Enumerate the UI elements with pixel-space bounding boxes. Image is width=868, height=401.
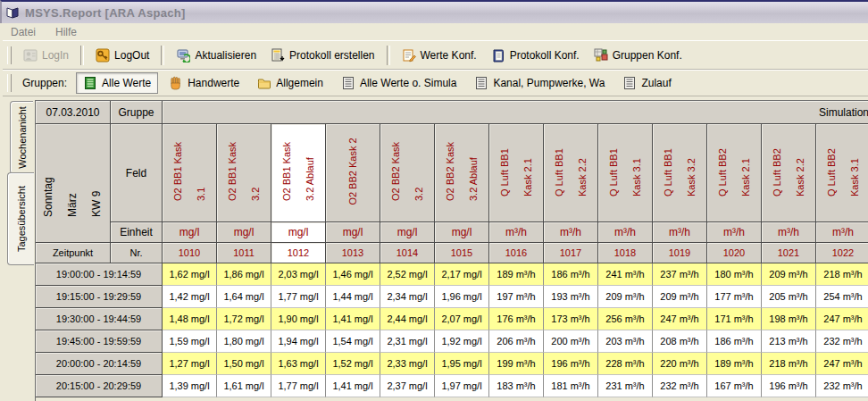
row-time-label[interactable]: 20:15:00 - 20:29:59 bbox=[36, 375, 163, 397]
column-feld-header[interactable]: Q Luft BB2Kask 3.1 bbox=[816, 124, 868, 222]
group-allgemein-button[interactable]: Allgemein bbox=[250, 72, 330, 94]
tab-tagesuebersicht[interactable]: Tagesübersicht bbox=[7, 172, 34, 265]
tab-wochenanicht[interactable]: Wochenanicht bbox=[10, 101, 33, 174]
column-einheit-cell: mg/l bbox=[271, 222, 326, 243]
group-zulauf-button[interactable]: Zulauf bbox=[615, 72, 678, 94]
group-kanal-pumpwerke-button[interactable]: Kanal, Pumpwerke, Wa bbox=[467, 72, 612, 94]
simulation-group-cell[interactable]: Simulation bbox=[163, 101, 868, 124]
column-feld-header[interactable]: Q Luft BB1Kask 3.1 bbox=[598, 124, 653, 222]
value-cell: 247 m³/h bbox=[653, 308, 707, 330]
book-icon bbox=[5, 5, 20, 20]
logout-button[interactable]: LogOut bbox=[89, 46, 155, 65]
value-cell: 232 m³/h bbox=[816, 330, 868, 353]
value-cell: 1,41 mg/l bbox=[326, 375, 380, 397]
column-feld-header[interactable]: O2 BB2 Kask3.2 Ablauf bbox=[435, 124, 489, 222]
column-nr-cell[interactable]: 1016 bbox=[489, 243, 544, 263]
row-time-label[interactable]: 19:30:00 - 19:44:59 bbox=[36, 308, 163, 330]
column-feld-lines: O2 BB1 Kask3.2 Ablauf bbox=[275, 141, 321, 204]
value-cell: 186 m³/h bbox=[707, 330, 762, 353]
column-nr-cell[interactable]: 1020 bbox=[707, 243, 762, 263]
value-cell: 1,94 mg/l bbox=[271, 330, 326, 353]
refresh-button[interactable]: Aktualisieren bbox=[170, 46, 263, 65]
groupbar-grip[interactable] bbox=[7, 74, 12, 92]
values-config-icon bbox=[402, 48, 416, 63]
column-feld-header[interactable]: O2 BB2 Kask 2 bbox=[326, 124, 380, 222]
groups-config-icon bbox=[594, 48, 608, 63]
value-cell: 2,03 mg/l bbox=[271, 263, 326, 286]
column-nr-cell[interactable]: 1017 bbox=[544, 243, 598, 263]
column-nr-cell[interactable]: 1019 bbox=[653, 243, 707, 263]
window-title: MSYS.Report [ARA Aspach] bbox=[25, 6, 186, 20]
einheit-header-cell: Einheit bbox=[111, 222, 163, 243]
value-cell: 189 m³/h bbox=[489, 263, 544, 286]
column-feld-header[interactable]: O2 BB2 Kask3.2 bbox=[380, 124, 435, 222]
column-nr-cell[interactable]: 1014 bbox=[380, 243, 435, 263]
value-cell: 167 m³/h bbox=[707, 375, 762, 397]
value-cell: 1,59 mg/l bbox=[163, 330, 217, 353]
login-button[interactable]: LogIn bbox=[17, 46, 75, 65]
value-cell: 176 m³/h bbox=[489, 308, 544, 330]
groups-config-button[interactable]: Gruppen Konf. bbox=[588, 46, 689, 65]
report-config-icon bbox=[491, 48, 505, 63]
column-nr-cell[interactable]: 1012 bbox=[271, 243, 326, 263]
values-config-button[interactable]: Werte Konf. bbox=[396, 46, 483, 65]
column-nr-cell[interactable]: 1022 bbox=[816, 243, 868, 263]
menu-hilfe[interactable]: Hilfe bbox=[55, 26, 77, 38]
value-cell: 196 m³/h bbox=[544, 353, 598, 375]
row-time-label[interactable]: 19:00:00 - 19:14:59 bbox=[36, 263, 163, 286]
column-einheit-cell: m³/h bbox=[653, 222, 707, 243]
value-cell: 247 m³/h bbox=[816, 353, 868, 375]
column-nr-cell[interactable]: 1018 bbox=[598, 243, 653, 263]
report-table-wrap: 07.03.2010 Gruppe Simulation Sonntag Mär… bbox=[35, 100, 868, 401]
column-nr-cell[interactable]: 1013 bbox=[326, 243, 380, 263]
toolbar-separator bbox=[80, 46, 84, 65]
column-feld-header[interactable]: O2 BB1 Kask3.1 bbox=[163, 124, 217, 222]
report-config-button[interactable]: Protokoll Konf. bbox=[485, 46, 586, 65]
group-handwerte-button[interactable]: Handwerte bbox=[162, 72, 246, 94]
column-einheit-cell: m³/h bbox=[598, 222, 653, 243]
column-feld-header[interactable]: Q Luft BB1Kask 2.1 bbox=[489, 124, 544, 222]
column-einheit-cell: mg/l bbox=[380, 222, 435, 243]
column-feld-lines: O2 BB2 Kask3.2 Ablauf bbox=[438, 141, 485, 204]
menu-datei[interactable]: Datei bbox=[11, 26, 36, 38]
group-alle-werte-button[interactable]: Alle Werte bbox=[76, 72, 158, 94]
column-nr-cell[interactable]: 1021 bbox=[762, 243, 816, 263]
create-report-button[interactable]: Protokoll erstellen bbox=[264, 46, 380, 65]
column-nr-cell[interactable]: 1015 bbox=[435, 243, 489, 263]
column-nr-cell[interactable]: 1011 bbox=[217, 243, 271, 263]
hand-icon bbox=[169, 76, 183, 90]
column-einheit-cell: mg/l bbox=[217, 222, 271, 243]
column-nr-cell[interactable]: 1010 bbox=[163, 243, 217, 263]
toolbar-grip[interactable] bbox=[7, 46, 12, 64]
group-alle-werte-o-simula-button[interactable]: Alle Werte o. Simula bbox=[334, 72, 464, 94]
report-table: 07.03.2010 Gruppe Simulation Sonntag Mär… bbox=[36, 101, 868, 397]
group-button-label: Alle Werte o. Simula bbox=[360, 77, 457, 89]
column-feld-header[interactable]: Q Luft BB1Kask 2.2 bbox=[544, 124, 598, 222]
row-time-label[interactable]: 20:00:00 - 20:14:59 bbox=[36, 353, 163, 375]
refresh-icon bbox=[176, 48, 190, 63]
feld-label: Feld bbox=[126, 167, 146, 180]
value-cell: 231 m³/h bbox=[598, 375, 653, 397]
value-cell: 254 m³/h bbox=[816, 286, 868, 308]
day-lines: Sonntag März KW 9 bbox=[37, 146, 109, 221]
date-header-cell[interactable]: 07.03.2010 bbox=[36, 101, 111, 124]
value-cell: 1,86 mg/l bbox=[217, 263, 271, 286]
value-cell: 197 m³/h bbox=[489, 286, 544, 308]
value-cell: 1,27 mg/l bbox=[163, 353, 217, 375]
value-cell: 1,50 mg/l bbox=[217, 353, 271, 375]
value-cell: 180 m³/h bbox=[707, 263, 762, 286]
toolbar-button-label: LogIn bbox=[42, 49, 69, 62]
column-feld-header[interactable]: Q Luft BB2Kask 2.2 bbox=[762, 124, 816, 222]
column-feld-header[interactable]: O2 BB1 Kask3.2 Ablauf bbox=[271, 124, 326, 222]
group-button-label: Handwerte bbox=[188, 77, 239, 89]
row-time-label[interactable]: 19:15:00 - 19:29:59 bbox=[36, 286, 163, 308]
column-feld-header[interactable]: O2 BB1 Kask3.2 bbox=[217, 124, 271, 222]
toolbar: LogInLogOutAktualisierenProtokoll erstel… bbox=[3, 40, 868, 70]
value-cell: 2,37 mg/l bbox=[380, 375, 435, 397]
row-time-label[interactable]: 19:45:00 - 19:59:59 bbox=[36, 330, 163, 353]
column-feld-header[interactable]: Q Luft BB1Kask 3.2 bbox=[653, 124, 707, 222]
column-einheit-cell: m³/h bbox=[762, 222, 816, 243]
column-feld-lines: O2 BB2 Kask 2 bbox=[341, 138, 364, 208]
column-feld-header[interactable]: Q Luft BB2Kask 2.1 bbox=[707, 124, 762, 222]
group-button-label: Alle Werte bbox=[102, 77, 151, 89]
